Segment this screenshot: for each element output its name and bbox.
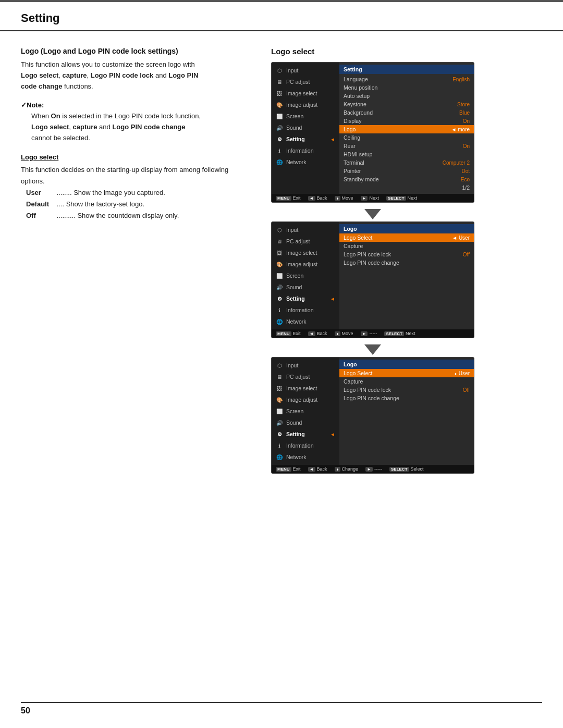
bar-action: Exit <box>293 195 301 201</box>
arrow-down-1 <box>271 209 474 219</box>
menu-item-label: Image adjust <box>286 261 317 267</box>
bar-action: Next <box>408 195 418 201</box>
pc-icon: 🖥 <box>276 78 283 85</box>
sub-item-value: Off <box>463 387 470 393</box>
menu-item-value: Computer 2 <box>443 160 470 166</box>
page-title: Setting <box>21 11 542 25</box>
menu-item-label: Network <box>286 159 307 165</box>
menu-item-value: English <box>452 77 470 82</box>
bar-item: MENUExit <box>276 331 301 336</box>
menu-item-label: Image adjust <box>286 397 317 403</box>
screen-icon: ⬜ <box>276 113 283 120</box>
bar-item: ►Next <box>361 195 379 201</box>
menu-right-item: BackgroundBlue <box>339 108 474 117</box>
option-desc: Show the countdown display only. <box>77 212 179 219</box>
bold-code-change: code change <box>21 82 62 90</box>
ui-panel-1: ⬡Input🖥PC adjust🖼Image select🎨Image adju… <box>271 62 474 203</box>
bar-item: SELECTNext <box>384 331 415 336</box>
bar-action: Next <box>369 195 379 201</box>
menu-left-item-network: 🌐Network <box>272 316 339 327</box>
ui-panel-3: ⬡Input🖥PC adjust🖼Image select🎨Image adju… <box>271 357 474 474</box>
arrow-right-icon: ◄ <box>330 431 335 437</box>
arrow-right-icon: ◄ <box>330 296 335 302</box>
menu-left-item-input: ⬡Input <box>272 224 339 236</box>
menu-left-item-pc-adjust: 🖥PC adjust <box>272 236 339 247</box>
menu-item-label: Image adjust <box>286 102 317 108</box>
sub-item-label: Capture <box>344 378 363 385</box>
menu-left-item-screen: ⬜Screen <box>272 405 339 417</box>
menu-item-value: Dot <box>461 168 470 174</box>
setting-icon: ⚙ <box>276 295 283 302</box>
panel-1-right-items: LanguageEnglishMenu positionAuto setupKe… <box>339 75 474 192</box>
menu-right-item: Ceiling <box>339 133 474 142</box>
option-item: Default .... Show the factory-set logo. <box>26 199 250 210</box>
sub-panel-item: Logo PIN code change <box>339 394 474 402</box>
menu-item-label: Image select <box>286 250 317 256</box>
menu-left-item-sound: 🔊Sound <box>272 122 339 133</box>
panel-1-right-header: Setting <box>339 65 474 74</box>
bold-logo-pin-lock: Logo PIN code lock <box>91 71 154 79</box>
menu-left-item-input: ⬡Input <box>272 360 339 371</box>
menu-item-label: PC adjust <box>286 238 310 244</box>
screen-icon: ⬜ <box>276 408 283 415</box>
screen-icon: ⬜ <box>276 272 283 279</box>
menu-right-item: PointerDot <box>339 167 474 175</box>
sub-item-label: Logo PIN code change <box>344 395 399 401</box>
bar-key: SELECT <box>384 331 404 336</box>
menu-item-label: Setting <box>286 136 305 142</box>
menu-item-label: Input <box>286 67 298 73</box>
bar-key: MENU <box>276 331 291 336</box>
option-key: User <box>26 187 55 199</box>
menu-right-item: 1/2 <box>339 183 474 192</box>
panel-3-left-menu: ⬡Input🖥PC adjust🖼Image select🎨Image adju… <box>272 357 339 465</box>
bar-action: Select <box>411 466 424 472</box>
bar-item: SELECTNext <box>386 195 417 201</box>
menu-left-item-pc-adjust: 🖥PC adjust <box>272 76 339 88</box>
sub-item-label: Logo PIN code lock <box>344 387 391 393</box>
sub-item-value: Off <box>463 252 470 257</box>
sub-item-label: Logo Select <box>344 370 372 376</box>
menu-item-label: Pointer <box>344 168 361 174</box>
bar-key: MENU <box>276 196 291 201</box>
bar-item: ◄Back <box>308 195 327 201</box>
menu-left-item-sound: 🔊Sound <box>272 281 339 293</box>
setting-icon: ⚙ <box>276 135 283 143</box>
menu-item-value: ◄ more <box>451 127 470 132</box>
option-key: Default <box>26 199 55 210</box>
info-icon: ℹ <box>276 306 283 314</box>
panel-2-menu: ⬡Input🖥PC adjust🖼Image select🎨Image adju… <box>272 222 474 329</box>
menu-left-item-screen: ⬜Screen <box>272 110 339 122</box>
bar-key: ⬧ <box>335 196 340 201</box>
setting-icon: ⚙ <box>276 430 283 438</box>
note-text: When On is selected in the Logo PIN code… <box>21 111 250 143</box>
bar-key: ► <box>365 467 373 472</box>
menu-item-label: Rear <box>344 143 356 149</box>
menu-item-label: Terminal <box>344 159 364 166</box>
menu-left-item-information: ℹInformation <box>272 145 339 156</box>
logo-select-title: Logo select <box>271 47 542 56</box>
sound-icon: 🔊 <box>276 419 283 426</box>
image-select-icon: 🖼 <box>276 90 283 97</box>
note-block: ✓Note: When On is selected in the Logo P… <box>21 101 250 143</box>
menu-item-label: Setting <box>286 295 305 302</box>
bar-item: MENUExit <box>276 466 301 472</box>
subsection-body: This function decides on the starting-up… <box>21 164 250 221</box>
input-icon: ⬡ <box>276 67 283 74</box>
left-column: Logo (Logo and Logo PIN code lock settin… <box>21 47 250 478</box>
menu-item-label: Setting <box>286 431 305 437</box>
menu-right-item: KeystoneStore <box>339 100 474 108</box>
bar-key: MENU <box>276 467 291 472</box>
image-adjust-icon: 🎨 <box>276 261 283 268</box>
panel-2-right-menu: Logo Logo Select◄ UserCaptureLogo PIN co… <box>339 222 474 329</box>
menu-left-item-image-adjust: 🎨Image adjust <box>272 258 339 270</box>
menu-item-label: Keystone <box>344 101 366 107</box>
menu-left-item-image-adjust: 🎨Image adjust <box>272 394 339 405</box>
bar-action: Back <box>317 331 327 336</box>
arrow-down-icon-2 <box>364 344 381 355</box>
bar-key: ◄ <box>308 331 315 336</box>
bar-key: ► <box>361 196 368 201</box>
sub-item-value: ◄ User <box>452 235 470 241</box>
bar-key: ► <box>361 331 368 336</box>
sub-panel-item: Capture <box>339 377 474 386</box>
menu-item-value: On <box>463 118 470 124</box>
